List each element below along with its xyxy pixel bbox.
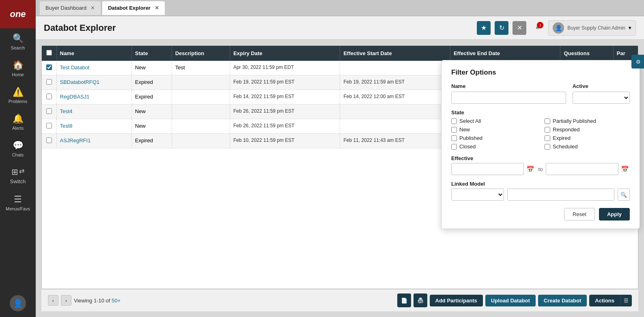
tab-buyer-dashboard-close[interactable]: ✕ [90, 5, 95, 11]
search-icon: 🔍 [13, 33, 24, 44]
filter-name-group: Name [451, 83, 566, 104]
sidebar-item-search[interactable]: 🔍 Search [0, 28, 36, 55]
row-state-4: New [131, 119, 172, 134]
row-name-4[interactable]: Test8 [56, 119, 131, 134]
state-item-closed: Closed [451, 144, 536, 150]
filter-active-select[interactable]: Yes No [573, 92, 630, 104]
select-all-checkbox[interactable] [46, 50, 52, 56]
header-effective-end: Effective End Date [450, 46, 560, 61]
row-description-2 [172, 90, 230, 105]
add-participants-button[interactable]: Add Participants [430, 295, 483, 306]
effective-to-input[interactable] [546, 163, 618, 175]
effective-from-cal-button[interactable]: 📅 [526, 165, 535, 174]
state-label-new: New [459, 126, 470, 133]
table-footer: ‹ › Viewing 1-10 of 50+ 📄 🖨️ Add Partici… [41, 289, 638, 311]
sidebar-item-home[interactable]: 🏠 Home [0, 55, 36, 82]
row-checkbox-4[interactable] [46, 123, 52, 129]
notification-button[interactable]: ≡ 1 [530, 21, 544, 35]
row-name-1[interactable]: SBDatabotRFQ1 [56, 75, 131, 90]
create-databot-label: Create Databot [544, 298, 581, 304]
row-checkbox-col [42, 119, 56, 134]
sidebar-item-label-chats: Chats [12, 152, 24, 157]
filter-effective-section: Effective 📅 to 📅 [451, 155, 630, 175]
row-name-3[interactable]: Test4 [56, 105, 131, 119]
actions-dropdown-icon: ☰ [624, 298, 629, 304]
effective-to-cal-button[interactable]: 📅 [620, 165, 630, 174]
filter-apply-button[interactable]: Apply [599, 208, 630, 221]
row-effective-start-3 [340, 105, 450, 119]
row-name-2[interactable]: RegDBASJ1 [56, 90, 131, 105]
row-checkbox-2[interactable] [46, 94, 52, 99]
filter-name-input[interactable] [451, 92, 566, 104]
upload-databot-button[interactable]: Upload Databot [485, 295, 536, 306]
state-label-responded: Responded [553, 126, 580, 133]
row-name-0[interactable]: Test Databot [56, 61, 131, 75]
home-icon: 🏠 [13, 60, 24, 71]
refresh-button[interactable]: ↻ [495, 21, 508, 35]
print-btn[interactable]: 🖨️ [414, 293, 427, 307]
sidebar-item-alerts[interactable]: 🔔 Alerts [0, 109, 36, 135]
page-title: Databot Explorer [44, 23, 116, 33]
row-checkbox-col [42, 61, 56, 75]
sidebar-item-label-menus: Menus/Favs [6, 206, 30, 211]
row-expiry-4: Feb 26, 2022 11:59 pm EST [230, 119, 340, 134]
header-description: Description [172, 46, 230, 61]
total-count[interactable]: 50+ [112, 298, 121, 304]
user-menu[interactable]: 👤 Buyer Supply Chain Admin ▾ [548, 20, 636, 36]
row-expiry-3: Feb 26, 2022 11:59 pm EST [230, 105, 340, 119]
tab-buyer-dashboard[interactable]: Buyer Dashboard ✕ [40, 1, 101, 15]
row-description-5 [172, 134, 230, 148]
alerts-icon: 🔔 [13, 114, 24, 124]
export-btn[interactable]: 📄 [397, 293, 411, 307]
state-checkbox-published[interactable] [451, 135, 457, 141]
row-expiry-2: Feb 14, 2022 11:59 pm EST [230, 90, 340, 105]
row-checkbox-0[interactable] [46, 64, 52, 70]
state-checkbox-expired[interactable] [545, 135, 550, 141]
logo-text: one [10, 9, 26, 19]
state-checkbox-scheduled[interactable] [545, 144, 550, 150]
state-checkbox-new[interactable] [451, 127, 457, 133]
state-checkbox-closed[interactable] [451, 144, 457, 150]
row-checkbox-5[interactable] [46, 137, 52, 143]
row-description-4 [172, 119, 230, 134]
filter-reset-button[interactable]: Reset [564, 208, 595, 221]
row-state-3: New [131, 105, 172, 119]
linked-model-search-button[interactable]: 🔍 [618, 188, 630, 201]
create-databot-button[interactable]: Create Databot [538, 295, 587, 306]
linked-model-type-select[interactable] [451, 188, 504, 201]
actions-dropdown-button[interactable]: ☰ [620, 295, 632, 306]
next-page-button[interactable]: › [61, 295, 71, 306]
filter-toggle-button[interactable]: ⚙ [631, 55, 644, 69]
prev-page-button[interactable]: ‹ [48, 295, 58, 306]
close-page-button[interactable]: ✕ [513, 21, 526, 35]
sidebar-item-menus[interactable]: ☰ Menus/Favs [0, 189, 36, 216]
sidebar-item-switch[interactable]: ⊞ ⇄ Switch [0, 162, 36, 189]
row-state-1: Expired [131, 75, 172, 90]
row-name-5[interactable]: ASJRegRFI1 [56, 134, 131, 148]
tab-databot-explorer-close[interactable]: ✕ [155, 5, 159, 11]
row-checkbox-col [42, 75, 56, 90]
tab-databot-explorer[interactable]: Databot Explorer ✕ [102, 1, 165, 15]
row-effective-start-4 [340, 119, 450, 134]
state-checkbox-responded[interactable] [545, 127, 550, 133]
filter-linked-model-section: Linked Model 🔍 [451, 181, 630, 201]
state-label-select-all: Select All [459, 118, 481, 124]
sidebar-item-problems[interactable]: ⚠️ Problems [0, 82, 36, 109]
sidebar-item-chats[interactable]: 💬 Chats [0, 135, 36, 162]
viewing-text: Viewing 1-10 of 50+ [74, 298, 121, 304]
linked-model-search-input[interactable] [507, 188, 614, 201]
row-checkbox-3[interactable] [46, 108, 52, 114]
row-checkbox-1[interactable] [46, 79, 52, 85]
sidebar-user[interactable]: 👤 [0, 289, 36, 317]
tab-bar: Buyer Dashboard ✕ Databot Explorer ✕ [36, 0, 644, 16]
header-questions: Questions [560, 46, 613, 61]
pagination: ‹ › Viewing 1-10 of 50+ [48, 295, 121, 306]
row-checkbox-col [42, 105, 56, 119]
effective-from-input[interactable] [451, 163, 524, 175]
state-item-expired: Expired [545, 135, 630, 141]
actions-button[interactable]: Actions [589, 295, 620, 306]
state-checkbox-partially-published[interactable] [545, 118, 550, 124]
star-button[interactable]: ★ [477, 21, 491, 35]
state-checkbox-select-all[interactable] [451, 118, 457, 124]
row-effective-start-2: Feb 14, 2022 12:00 am EST [340, 90, 450, 105]
